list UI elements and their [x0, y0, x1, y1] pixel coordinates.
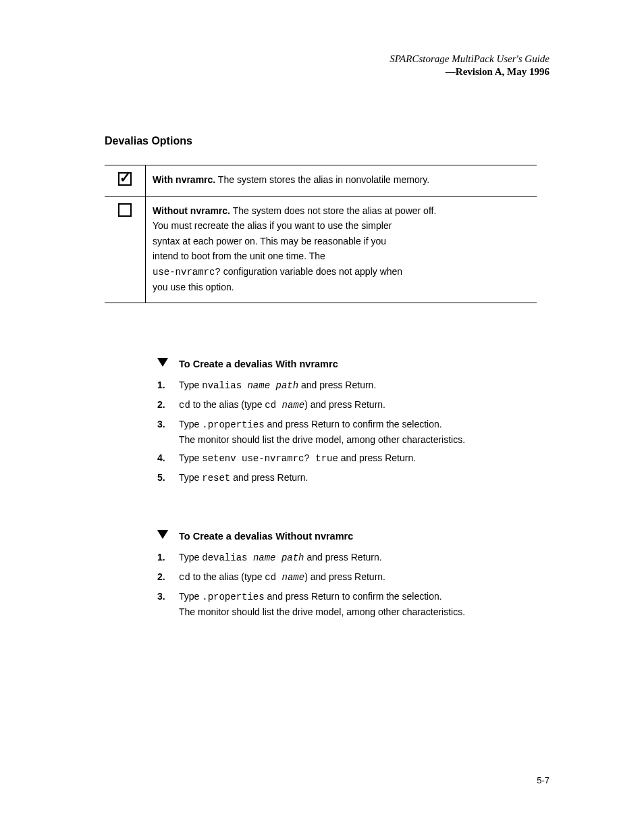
inline-code-italic: name — [282, 572, 305, 583]
option-desc-line: you use this option. — [153, 280, 530, 294]
triangle-down-icon — [157, 358, 168, 367]
inline-code: cd — [179, 400, 190, 411]
doc-title: SPARCstorage MultiPack User's Guide — [390, 53, 549, 66]
step: 1. Type nvalias name path and press Retu… — [157, 378, 535, 394]
step: 5. Type reset and press Return. — [157, 471, 535, 486]
inline-code: cd — [265, 572, 281, 583]
checkbox-unchecked-icon — [118, 203, 132, 217]
table-row: Without nvramrc. The system does not sto… — [105, 197, 537, 303]
inline-code: nvalias — [202, 380, 247, 391]
procedure-without-nvramrc: To Create a devalias Without nvramrc 1. … — [157, 529, 535, 623]
option-desc-line: syntax at each power on. This may be rea… — [153, 234, 530, 249]
procedure-steps: 1. Type nvalias name path and press Retu… — [157, 378, 535, 486]
procedure-title: To Create a devalias With nvramrc — [179, 357, 535, 371]
procedure-heading: To Create a devalias With nvramrc — [157, 357, 535, 371]
step-extra: The monitor should list the drive model,… — [179, 433, 535, 448]
page: SPARCstorage MultiPack User's Guide —Rev… — [0, 0, 644, 834]
option-title: Without nvramrc. — [153, 205, 230, 216]
option-desc-line: The system does not store the alias at p… — [230, 205, 436, 216]
inline-code: .properties — [202, 592, 264, 602]
inline-code-italic: name path — [247, 380, 298, 391]
running-header: SPARCstorage MultiPack User's Guide —Rev… — [390, 53, 549, 78]
procedure-steps: 1. Type devalias name path and press Ret… — [157, 550, 535, 619]
option-check-cell — [105, 165, 146, 197]
table-row: With nvramrc. The system stores the alia… — [105, 165, 537, 197]
step: 3. Type .properties and press Return to … — [157, 417, 535, 447]
inline-code-italic: name path — [253, 552, 304, 563]
devalias-options-table: With nvramrc. The system stores the alia… — [105, 165, 537, 303]
option-title: With nvramrc. — [153, 174, 215, 185]
option-desc-line: You must recreate the alias if you want … — [153, 218, 530, 233]
option-desc-line: intend to boot from the unit one time. T… — [153, 249, 530, 263]
inline-code: .properties — [202, 419, 264, 430]
step: 3. Type .properties and press Return to … — [157, 590, 535, 619]
inline-code: cd — [265, 400, 281, 411]
triangle-down-icon — [157, 530, 168, 539]
option-desc: The system stores the alias in nonvolati… — [215, 174, 429, 185]
step: 2. cd to the alias (type cd name) and pr… — [157, 398, 535, 413]
option-desc-cell: With nvramrc. The system stores the alia… — [146, 165, 537, 197]
procedure-with-nvramrc: To Create a devalias With nvramrc 1. Typ… — [157, 357, 535, 490]
inline-code: setenv use-nvramrc? true — [202, 453, 338, 464]
inline-code-italic: name — [282, 400, 305, 411]
procedure-title: To Create a devalias Without nvramrc — [179, 529, 535, 544]
checkbox-checked-icon — [118, 172, 132, 186]
step: 1. Type devalias name path and press Ret… — [157, 550, 535, 566]
inline-code: reset — [202, 473, 230, 484]
inline-code: use-nvramrc? — [153, 267, 221, 278]
option-desc-cell: Without nvramrc. The system does not sto… — [146, 197, 537, 303]
doc-revision: —Revision A, May 1996 — [390, 66, 549, 78]
section-heading: Devalias Options — [105, 135, 192, 147]
step-extra: The monitor should list the drive model,… — [179, 605, 535, 620]
inline-code: cd — [179, 572, 190, 583]
option-desc-line: use-nvramrc? configuration variable does… — [153, 264, 530, 280]
step: 4. Type setenv use-nvramrc? true and pre… — [157, 451, 535, 467]
page-number: 5-7 — [537, 775, 549, 785]
inline-code: devalias — [202, 552, 253, 563]
step: 2. cd to the alias (type cd name) and pr… — [157, 570, 535, 585]
procedure-heading: To Create a devalias Without nvramrc — [157, 529, 535, 544]
option-check-cell — [105, 197, 146, 303]
